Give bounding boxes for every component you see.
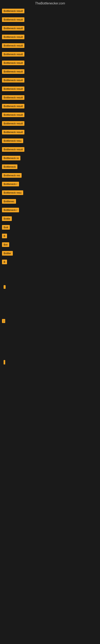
list-item: Bottlenec	[2, 198, 98, 205]
bottleneck-badge[interactable]: Bottleneck res	[2, 173, 22, 178]
bottleneck-badge[interactable]: Bottlenec	[2, 199, 16, 204]
tiny-indicator-bottom	[3, 360, 5, 364]
spacer	[2, 308, 98, 318]
bottleneck-badge[interactable]: Bottleneck result	[2, 86, 24, 91]
bottleneck-badge[interactable]: Bottler	[2, 251, 13, 256]
list-item: Bottleneck result	[2, 60, 98, 67]
list-item: Bottleneck result	[2, 94, 98, 102]
bottleneck-badge[interactable]: Bottleneck result	[2, 130, 24, 134]
list-item: Bottleneck resu	[2, 138, 98, 145]
list-item: Bottleneck result	[2, 34, 98, 41]
list-item: Bottleneck result	[2, 103, 98, 110]
list-item: Bottle	[2, 216, 98, 222]
bottleneck-badge[interactable]: Bott	[2, 225, 10, 230]
list-item: Bottleneck result	[2, 42, 98, 50]
bottleneck-badge[interactable]: Bottleneck result	[2, 26, 24, 30]
list-item	[2, 284, 98, 290]
bottleneck-badge[interactable]: Bottle	[2, 216, 12, 221]
list-item: Bottleneck	[2, 164, 98, 171]
bottleneck-badge[interactable]: Bottleneck result	[2, 17, 24, 22]
list-item: Bottleneck result	[2, 16, 98, 24]
bottleneck-badge[interactable]: Bottleneck result	[2, 69, 24, 74]
list-item: Bot	[2, 242, 98, 248]
list-item: Bottleneck result	[2, 112, 98, 119]
list-item: Bottleneck result	[2, 68, 98, 76]
bottleneck-badge[interactable]: Bottleneck result	[2, 121, 24, 126]
bottleneck-badge[interactable]: |	[2, 319, 5, 323]
bottleneck-badge[interactable]: B	[2, 260, 7, 264]
bottleneck-badge[interactable]: Bot	[2, 242, 9, 247]
spacer	[2, 292, 98, 308]
bottom-spacer	[2, 368, 98, 408]
bottleneck-badge[interactable]: Bottleneck r	[2, 208, 19, 212]
list-item: Bottleneck result	[2, 120, 98, 128]
list-item: Bottleneck result	[2, 8, 98, 15]
bottleneck-badge[interactable]: Bottleneck resu	[2, 190, 23, 195]
bottleneck-badge[interactable]: Bottleneck result	[2, 112, 24, 117]
list-item: Bottleneck result	[2, 86, 98, 93]
bottleneck-badge[interactable]: Bottleneck	[2, 164, 17, 169]
bottleneck-badge[interactable]: Bottleneck result	[2, 95, 24, 100]
list-item: Bottleneck res	[2, 172, 98, 179]
bottleneck-badge[interactable]: Bottleneck result	[2, 60, 24, 65]
list-item: Bottleneck r	[2, 207, 98, 214]
page-container: TheBottlenecker.com Bottleneck result Bo…	[0, 0, 100, 409]
spacer	[2, 342, 98, 358]
bottleneck-badge[interactable]: Bottleneck result	[2, 34, 24, 39]
site-title: TheBottlenecker.com	[0, 0, 100, 7]
list-item: B	[2, 233, 98, 240]
bottleneck-badge[interactable]: Bottleneck result	[2, 104, 24, 108]
list-item	[2, 358, 98, 366]
list-item: Bottleneck result	[2, 51, 98, 58]
bottleneck-badge[interactable]: Bottleneck result	[2, 9, 24, 13]
results-container: Bottleneck result Bottleneck result Bott…	[0, 7, 100, 409]
list-item: Bott	[2, 224, 98, 231]
list-item: Bottleneck result	[2, 146, 98, 153]
list-item: Bottleneck result	[2, 77, 98, 84]
list-item: Bottleneck result	[2, 25, 98, 32]
bottleneck-badge[interactable]: Bottleneck result	[2, 52, 24, 56]
bottleneck-badge[interactable]: Bottleneck result	[2, 43, 24, 48]
list-item: Bottler	[2, 250, 98, 257]
tiny-indicator	[3, 285, 6, 289]
list-item: Bottleneck resu	[2, 190, 98, 196]
bottleneck-badge[interactable]: Bottleneck resu	[2, 138, 23, 143]
bottleneck-badge[interactable]: Bottleneck result	[2, 78, 24, 82]
bottleneck-badge[interactable]: Bottleneck result	[2, 147, 24, 152]
list-item: Bottleneck r	[2, 181, 98, 188]
list-item: Bottleneck re	[2, 155, 98, 162]
bottleneck-badge[interactable]: Bottleneck re	[2, 156, 20, 160]
spacer	[2, 326, 98, 342]
list-item: |	[2, 318, 98, 324]
list-item: B	[2, 259, 98, 266]
list-item: Bottleneck result	[2, 129, 98, 136]
spacer	[2, 268, 98, 284]
bottleneck-badge[interactable]: B	[2, 234, 7, 238]
bottleneck-badge[interactable]: Bottleneck r	[2, 182, 19, 186]
